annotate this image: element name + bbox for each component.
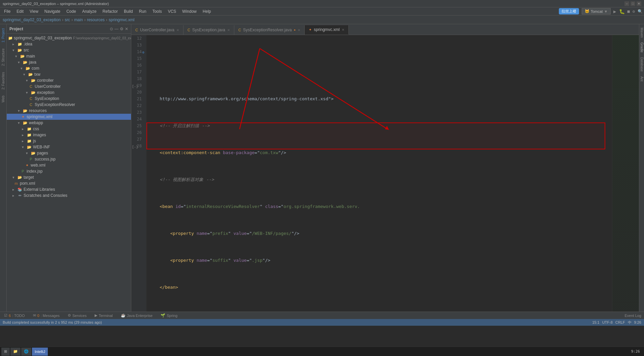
menu-refactor[interactable]: Refactor bbox=[100, 8, 121, 14]
tree-exception-folder[interactable]: ▾ 📂 exception bbox=[7, 90, 131, 96]
tree-com[interactable]: ▾ 📂 com bbox=[7, 65, 131, 71]
tab-favorites[interactable]: 2: Favorites bbox=[1, 69, 6, 92]
tree-webapp[interactable]: ▾ 📂 webapp bbox=[7, 120, 131, 126]
tab-close-springmvc[interactable]: ✕ bbox=[342, 28, 344, 32]
tree-usercontroller[interactable]: C UserController bbox=[7, 83, 131, 90]
com-folder-icon: 📂 bbox=[25, 66, 31, 71]
menu-navigate[interactable]: Navigate bbox=[42, 8, 63, 14]
menu-build[interactable]: Build bbox=[121, 8, 136, 14]
tree-images[interactable]: ▸ 📁 images bbox=[7, 132, 131, 138]
breadcrumb-main[interactable]: main bbox=[74, 17, 83, 22]
tree-web-xml[interactable]: ✦ web.xml bbox=[7, 162, 131, 168]
csdn-button[interactable]: 拉丝上楼 bbox=[559, 8, 579, 14]
tree-external-libs[interactable]: ▸ 📚 External Libraries bbox=[7, 186, 131, 192]
tab-springmvc-xml[interactable]: ✦ springmvc.xml ✕ bbox=[305, 25, 349, 35]
debug-button[interactable]: 🐛 bbox=[619, 9, 625, 14]
tree-root[interactable]: 📁 springmvc_day02_03_exception F:\worksp… bbox=[7, 35, 131, 41]
tree-sysexception[interactable]: C SysException bbox=[7, 96, 131, 102]
menu-vcs[interactable]: VCS bbox=[165, 8, 179, 14]
tree-main[interactable]: ▾ 📂 main bbox=[7, 53, 131, 59]
menu-tools[interactable]: Tools bbox=[150, 8, 165, 14]
panel-collapse-btn[interactable]: — bbox=[114, 27, 118, 31]
menu-edit[interactable]: Edit bbox=[14, 8, 26, 14]
tab-structure[interactable]: 2: Structure bbox=[1, 46, 6, 69]
bottom-tab-services[interactable]: ⚙ Services bbox=[66, 313, 88, 318]
tab-close-sysexception[interactable]: ✕ bbox=[227, 28, 230, 32]
breadcrumb-src[interactable]: src bbox=[65, 17, 70, 22]
tree-pages[interactable]: ▾ 📂 pages bbox=[7, 150, 131, 156]
panel-settings-btn[interactable]: ⚙ bbox=[120, 27, 124, 31]
menu-run[interactable]: Run bbox=[136, 8, 149, 14]
tab-close-sysexresolver[interactable]: ✕ bbox=[298, 28, 300, 32]
bottom-tab-todo[interactable]: ☑ 6 : TODO bbox=[3, 313, 26, 318]
run-button[interactable]: ▶ bbox=[613, 9, 616, 14]
menu-file[interactable]: File bbox=[1, 8, 13, 14]
breadcrumb-project[interactable]: springmvc_day02_03_exception bbox=[3, 17, 61, 22]
tree-springmvc-xml[interactable]: ✦ springmvc.xml bbox=[7, 114, 131, 120]
menu-code[interactable]: Code bbox=[64, 8, 79, 14]
folder-icon: 📁 bbox=[8, 35, 13, 41]
tree-scratches[interactable]: ▸ ✏ Scratches and Consoles bbox=[7, 192, 131, 199]
tree-java[interactable]: ▾ 📂 java bbox=[7, 59, 131, 65]
right-tab-database[interactable]: Database bbox=[639, 55, 644, 74]
fold-icon-28[interactable]: [-] bbox=[132, 144, 138, 150]
editor-area[interactable]: 12 13 14 ⚙ 15 16 17 18 19 [-] 20 21 bbox=[131, 35, 639, 312]
taskbar-browser[interactable]: 🌐 bbox=[21, 348, 31, 356]
img-folder-icon2: 📁 bbox=[27, 132, 32, 138]
panel-scope-btn[interactable]: ⊙ bbox=[110, 27, 113, 31]
close-button[interactable]: ✕ bbox=[637, 1, 641, 6]
right-tab-gradle[interactable]: Gradle bbox=[639, 40, 644, 55]
tree-idea[interactable]: ▸ 📁 .idea bbox=[7, 41, 131, 47]
search-icon[interactable]: 🔍 bbox=[638, 9, 643, 14]
right-tab-maven[interactable]: Maven bbox=[639, 26, 644, 40]
tab-usercontroller[interactable]: C UserController.java ✕ bbox=[131, 25, 183, 35]
tree-txw[interactable]: ▾ 📂 txw bbox=[7, 71, 131, 77]
gutter-icon-14[interactable]: ⚙ bbox=[142, 49, 144, 56]
tab-sysexception[interactable]: C SysException.java ✕ bbox=[183, 25, 234, 35]
tree-index-jsp[interactable]: P index.jsp bbox=[7, 168, 131, 174]
event-log[interactable]: Event Log bbox=[624, 314, 641, 318]
bottom-tab-spring[interactable]: 🌱 Spring bbox=[159, 313, 179, 318]
fold-icon-19[interactable]: [-] bbox=[132, 83, 138, 90]
tree-resources[interactable]: ▾ 📂 resources bbox=[7, 108, 131, 114]
tree-css[interactable]: ▸ 📁 css bbox=[7, 126, 131, 132]
minimize-button[interactable]: – bbox=[624, 1, 629, 6]
tree-js[interactable]: ▸ 📁 js bbox=[7, 138, 131, 144]
tree-sysexresolver[interactable]: C SysExceptionResolver bbox=[7, 102, 131, 108]
menu-help[interactable]: Help bbox=[200, 8, 214, 14]
settings-icon[interactable]: ⚙ bbox=[633, 9, 635, 14]
tab-sysexresolver[interactable]: C SysExceptionResolver.java ● ✕ bbox=[234, 25, 305, 35]
tree-controller[interactable]: ▾ 📂 controller bbox=[7, 77, 131, 83]
panel-close-btn[interactable]: ✕ bbox=[125, 27, 128, 31]
tomcat-label: Tomcat bbox=[591, 9, 603, 13]
right-tab-ant[interactable]: Ant bbox=[639, 74, 644, 83]
code-content[interactable]: http://www.springframework.org/schema/co… bbox=[146, 35, 612, 312]
tree-pom-xml[interactable]: m pom.xml bbox=[7, 180, 131, 186]
taskbar-explorer[interactable]: 📁 bbox=[10, 348, 21, 356]
tab-project[interactable]: 1: Project bbox=[1, 26, 6, 45]
tab-web[interactable]: Web bbox=[1, 93, 6, 105]
js-folder-icon: ▸ bbox=[20, 138, 26, 144]
tab-close-usercontroller[interactable]: ✕ bbox=[176, 28, 179, 32]
taskbar-intellij[interactable]: IntelliJ bbox=[32, 348, 48, 356]
tree-webinf[interactable]: ▾ 📂 WEB-INF bbox=[7, 144, 131, 150]
file-tree: 📁 springmvc_day02_03_exception F:\worksp… bbox=[7, 34, 131, 312]
menu-analyze[interactable]: Analyze bbox=[79, 8, 99, 14]
editor-tabs: C UserController.java ✕ C SysException.j… bbox=[131, 24, 639, 35]
tree-success-jsp[interactable]: P success.jsp bbox=[7, 156, 131, 162]
taskbar-start[interactable]: ⊞ bbox=[1, 348, 10, 356]
tree-target[interactable]: ▾ 📂 target bbox=[7, 174, 131, 180]
maximize-button[interactable]: □ bbox=[631, 1, 635, 6]
menu-view[interactable]: View bbox=[27, 8, 41, 14]
bottom-tab-javaent[interactable]: ☕ Java Enterprise bbox=[120, 313, 154, 318]
bottom-tab-messages[interactable]: ✉ 0 : Messages bbox=[32, 313, 61, 318]
stop-button[interactable]: ■ bbox=[628, 9, 630, 14]
menu-window[interactable]: Window bbox=[179, 8, 199, 14]
breadcrumb-resources[interactable]: resources bbox=[87, 17, 105, 22]
window-controls[interactable]: – □ ✕ bbox=[624, 1, 641, 6]
breadcrumb-file[interactable]: springmvc.xml bbox=[109, 17, 135, 22]
scratches-label: Scratches and Consoles bbox=[24, 193, 67, 198]
tomcat-button[interactable]: 🐱 Tomcat ▼ bbox=[582, 8, 611, 14]
tree-src[interactable]: ▾ 📂 src bbox=[7, 47, 131, 53]
bottom-tab-terminal[interactable]: ▶ Terminal bbox=[93, 313, 114, 318]
